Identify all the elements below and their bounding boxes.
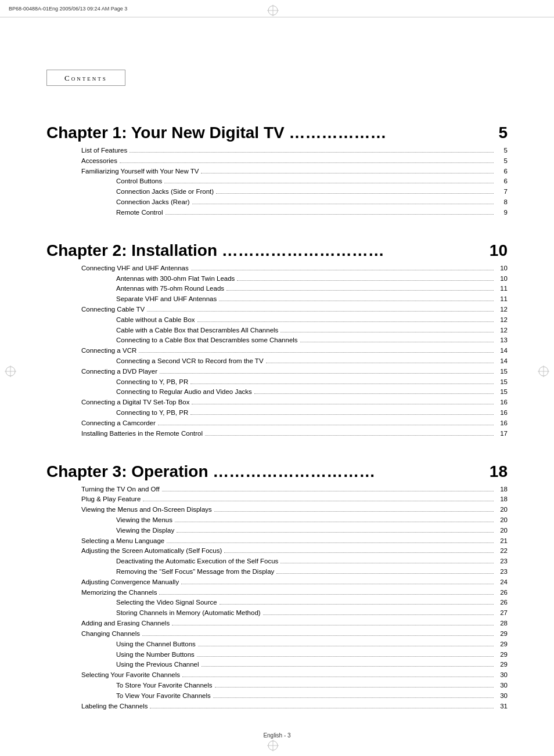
toc-entry-page: 20 (496, 526, 508, 536)
toc-dots (177, 532, 494, 533)
toc-entry-label: Connecting Cable TV (81, 305, 145, 315)
toc-entry-label: Connection Jacks (Side or Front) (116, 187, 214, 197)
toc-dots (160, 373, 494, 374)
chapter-1-page: 5 (498, 124, 508, 142)
toc-entry-label: Viewing the Display (116, 526, 174, 536)
toc-dots (266, 363, 494, 363)
contents-title: Contents (64, 74, 107, 82)
toc-entry-page: 26 (496, 598, 508, 608)
toc-entry-page: 30 (496, 670, 508, 681)
toc-entry-label: Connecting a VCR (81, 346, 136, 356)
toc-dots (220, 604, 494, 605)
chapter-3-heading: Chapter 3: Operation …………………………18 (46, 462, 508, 481)
toc-dots (191, 270, 494, 270)
toc-dots (213, 697, 494, 698)
toc-entry-page: 23 (496, 556, 508, 567)
footer-text: English - 3 (263, 732, 290, 739)
toc-entry-page: 20 (496, 505, 508, 515)
toc-entry-page: 5 (496, 146, 508, 156)
toc-entry: Control Buttons6 (46, 176, 508, 187)
toc-entry-label: Connecting a Camcorder (81, 418, 156, 429)
toc-entry-label: Installing Batteries in the Remote Contr… (81, 429, 203, 439)
toc-entry-label: Adjusting Convergence Manually (81, 577, 179, 588)
toc-entry-label: Antennas with 75-ohm Round Leads (116, 284, 224, 294)
toc-entry: To View Your Favorite Channels30 (46, 691, 508, 701)
toc-entry-page: 6 (496, 176, 508, 187)
toc-entry-label: Connection Jacks (Rear) (116, 197, 190, 208)
toc-entry: Selecting Your Favorite Channels30 (46, 670, 508, 681)
toc-entry-page: 30 (496, 681, 508, 691)
toc-entry-page: 13 (496, 335, 508, 346)
toc-dots (219, 301, 494, 301)
chapter-1-title: Chapter 1: Your New Digital TV ……………… (46, 124, 492, 142)
toc-entry: Remote Control9 (46, 208, 508, 218)
toc-entry: Familiarizing Yourself with Your New TV6 (46, 167, 508, 177)
toc-entry: Adjusting Convergence Manually24 (46, 577, 508, 588)
toc-entry: Connecting a DVD Player15 (46, 367, 508, 377)
toc-entry-page: 18 (496, 484, 508, 495)
toc-dots (216, 193, 494, 194)
toc-entry: List of Features5 (46, 146, 508, 156)
toc-dots (254, 393, 494, 394)
header-text: BP68-00488A-01Eng 2005/06/13 09:24 AM Pa… (9, 6, 127, 12)
toc-entry: Adding and Erasing Channels28 (46, 618, 508, 629)
toc-entry: Viewing the Display20 (46, 526, 508, 536)
toc-entry-page: 26 (496, 588, 508, 598)
toc-entry-label: Connecting a DVD Player (81, 367, 157, 377)
toc-entry: Connecting a Second VCR to Record from t… (46, 356, 508, 367)
toc-entry-page: 10 (496, 263, 508, 274)
toc-dots (175, 522, 494, 522)
toc-entry-label: Memorizing the Channels (81, 588, 157, 598)
toc-entry-label: Familiarizing Yourself with Your New TV (81, 167, 199, 177)
toc-entry: Accessories5 (46, 156, 508, 167)
toc-dots (205, 435, 494, 436)
toc-dots (198, 646, 494, 646)
toc-entry: Connecting to Y, PB, PR16 (46, 408, 508, 418)
toc-dots (190, 384, 494, 384)
toc-entry: Plug & Play Feature18 (46, 494, 508, 505)
toc-dots (214, 511, 494, 512)
toc-entry-label: Connecting to Y, PB, PR (116, 408, 188, 418)
toc-entry-page: 23 (496, 567, 508, 577)
toc-entry: Using the Previous Channel29 (46, 660, 508, 670)
toc-entry: Changing Channels29 (46, 629, 508, 639)
toc-entry-page: 16 (496, 408, 508, 418)
toc-entry-label: Connecting to Y, PB, PR (116, 377, 188, 388)
chapter-3-page: 18 (490, 462, 508, 481)
toc-entry-page: 12 (496, 305, 508, 315)
toc-entry-page: 29 (496, 660, 508, 670)
toc-dots (197, 321, 494, 322)
toc-dots (129, 152, 494, 153)
toc-dots (280, 563, 494, 563)
toc-entry-page: 18 (496, 494, 508, 505)
toc-entry: Cable with a Cable Box that Descrambles … (46, 325, 508, 336)
chapter-3-title: Chapter 3: Operation ………………………… (46, 462, 484, 481)
toc-entry-label: Labeling the Channels (81, 701, 148, 712)
toc-dots (142, 635, 494, 636)
toc-entry: Storing Channels in Memory (Automatic Me… (46, 608, 508, 618)
toc-entry-label: Adding and Erasing Channels (81, 618, 170, 629)
toc-entry-page: 11 (496, 284, 508, 294)
toc-dots (215, 687, 494, 688)
chapter-2-page: 10 (490, 241, 508, 260)
toc-entry-page: 14 (496, 346, 508, 356)
toc-entry-label: Accessories (81, 156, 117, 167)
toc-entry: Connection Jacks (Rear)8 (46, 197, 508, 208)
toc-entry-label: Connecting to Regular Audio and Video Ja… (116, 387, 252, 397)
toc-entry-label: Connecting a Second VCR to Record from t… (116, 356, 264, 367)
toc-entry-page: 27 (496, 608, 508, 618)
toc-entry-label: Remote Control (116, 208, 163, 218)
toc-entry-page: 8 (496, 197, 508, 208)
toc-entry: Separate VHF and UHF Antennas11 (46, 294, 508, 305)
toc-dots (172, 625, 494, 625)
toc-entry-page: 22 (496, 546, 508, 556)
toc-entry: Connection Jacks (Side or Front)7 (46, 187, 508, 197)
toc-dots (164, 183, 494, 183)
toc-entry-page: 5 (496, 156, 508, 167)
toc-dots (182, 677, 494, 677)
toc-dots (276, 573, 494, 574)
page: BP68-00488A-01Eng 2005/06/13 09:24 AM Pa… (0, 0, 554, 756)
toc-entry-page: 30 (496, 691, 508, 701)
reg-mark-top (267, 5, 279, 16)
toc-dots (202, 666, 494, 667)
